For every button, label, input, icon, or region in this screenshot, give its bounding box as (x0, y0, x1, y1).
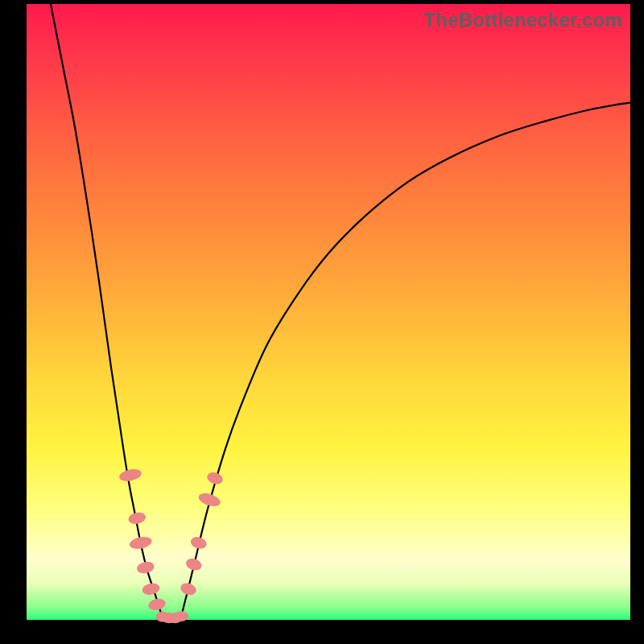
bead (197, 491, 222, 509)
bead (136, 560, 155, 575)
bead (189, 535, 208, 551)
bead (174, 611, 188, 621)
bead (179, 581, 197, 597)
right-curve (181, 102, 630, 617)
bead-group (118, 467, 225, 623)
left-curve (51, 4, 162, 617)
bead (129, 535, 153, 551)
bead (205, 470, 224, 485)
bead (184, 556, 203, 572)
bottleneck-plot (27, 4, 630, 620)
bead (118, 467, 142, 483)
bead (147, 597, 167, 612)
bead (141, 582, 160, 597)
bead (127, 511, 147, 526)
chart-frame: TheBottlenecker.com (27, 4, 630, 620)
